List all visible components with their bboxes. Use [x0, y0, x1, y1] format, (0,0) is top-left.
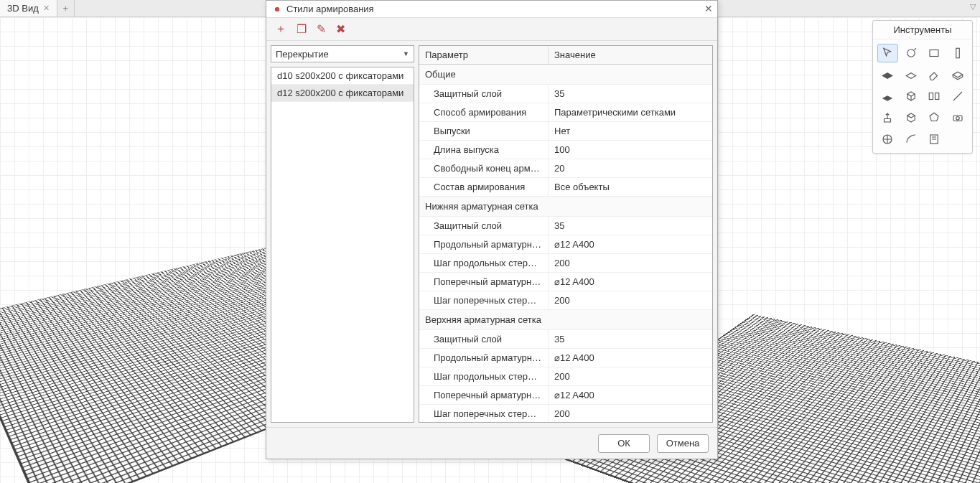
measure-tool[interactable] — [901, 44, 922, 62]
grid-row[interactable]: Защитный слой35 — [419, 217, 712, 235]
svg-rect-2 — [956, 48, 960, 58]
grid-cell-key: Свободный конец арматуры — [419, 159, 549, 177]
grid-row[interactable]: Поперечный арматурный ст⌀12 A400 — [419, 273, 712, 291]
grid-row[interactable]: Шаг продольных стержней200 — [419, 254, 712, 273]
edit-style-button[interactable]: ✎ — [317, 22, 326, 36]
line-tool[interactable] — [948, 87, 969, 105]
grid-cell-key: Длина выпуска — [419, 141, 549, 159]
duplicate-style-button[interactable]: ❐ — [297, 22, 307, 36]
polyhedron-tool[interactable] — [924, 108, 945, 127]
axis-tool[interactable] — [877, 130, 898, 149]
close-icon[interactable]: ✕ — [43, 4, 50, 13]
tools-panel[interactable]: Инструменты — [872, 20, 973, 154]
grid-cell-value[interactable]: 200 — [549, 254, 712, 272]
grid-section-header[interactable]: Нижняя арматурная сетка — [419, 197, 712, 217]
tab-3d-view[interactable]: 3D Вид ✕ — [0, 0, 57, 17]
dialog-title-text: Стили армирования — [286, 4, 374, 14]
grid-row[interactable]: Поперечный арматурный ст⌀12 A400 — [419, 386, 712, 405]
array-tool[interactable] — [924, 87, 945, 105]
camera-tool[interactable] — [948, 108, 969, 127]
grid-cell-value[interactable]: ⌀12 A400 — [549, 386, 712, 404]
grid-row[interactable]: Защитный слой35 — [419, 330, 712, 349]
grid-row[interactable]: Шаг продольных стержней200 — [419, 367, 712, 386]
grid-row[interactable]: Способ армированияПараметрическими сетка… — [419, 103, 712, 122]
svg-rect-3 — [930, 93, 933, 100]
svg-rect-4 — [935, 93, 939, 100]
grid-cell-value[interactable]: 200 — [549, 367, 712, 385]
grid-cell-value[interactable]: 35 — [549, 217, 712, 235]
slab-tool[interactable] — [877, 65, 898, 84]
grid-cell-key: Защитный слой — [419, 330, 549, 348]
grid-cell-key: Защитный слой — [419, 85, 549, 103]
ok-button[interactable]: ОК — [598, 434, 650, 453]
category-combo[interactable]: Перекрытие — [271, 45, 414, 62]
plane-tool[interactable] — [924, 44, 945, 62]
grid-cell-value[interactable]: 35 — [549, 85, 712, 103]
dialog-body: Перекрытие d10 s200х200 с фиксаторамиd12… — [266, 41, 717, 427]
grid-cell-value[interactable]: 200 — [549, 291, 712, 309]
grid-row[interactable]: Длина выпуска100 — [419, 141, 712, 159]
grid-cell-key: Выпуски — [419, 122, 549, 140]
grid-body: ОбщиеЗащитный слой35Способ армированияПа… — [419, 65, 712, 423]
grid-row[interactable]: Продольный арматурный ст⌀12 A400 — [419, 349, 712, 367]
style-list[interactable]: d10 s200х200 с фиксаторамиd12 s200х200 с… — [271, 67, 414, 423]
dialog-titlebar[interactable]: Стили армирования ✕ — [266, 1, 717, 18]
grid-cell-value[interactable]: 200 — [549, 405, 712, 423]
grid-cell-key: Шаг продольных стержней — [419, 367, 549, 385]
svg-rect-1 — [930, 50, 938, 57]
grid-row[interactable]: Шаг поперечных стержней200 — [419, 291, 712, 310]
extrude-tool[interactable] — [877, 108, 898, 127]
grid-row[interactable]: Свободный конец арматуры20 — [419, 159, 712, 178]
dialog-close-button[interactable]: ✕ — [704, 3, 713, 14]
grid-cell-key: Поперечный арматурный ст — [419, 273, 549, 291]
tools-panel-title: Инструменты — [873, 21, 972, 39]
column-tool[interactable] — [948, 44, 969, 62]
grid-row[interactable]: Защитный слой35 — [419, 85, 712, 103]
svg-point-6 — [956, 117, 960, 121]
new-tab-button[interactable]: + — [57, 0, 75, 17]
grid-cell-value[interactable]: Параметрическими сетками — [549, 103, 712, 121]
grid-row[interactable]: ВыпускиНет — [419, 122, 712, 141]
wall-tool[interactable] — [901, 65, 922, 84]
arc-tool[interactable] — [901, 130, 922, 149]
dialog-footer: ОК Отмена — [266, 427, 717, 459]
grid-cell-value[interactable]: ⌀12 A400 — [549, 235, 712, 253]
grid-cell-key: Поперечный арматурный ст — [419, 386, 549, 404]
foundation-tool[interactable] — [877, 87, 898, 105]
grid-section-header[interactable]: Общие — [419, 65, 712, 85]
sheet-tool[interactable] — [924, 130, 945, 149]
grid-cell-key: Состав армирования — [419, 178, 549, 196]
grid-row[interactable]: Шаг поперечных стержней200 — [419, 405, 712, 423]
add-style-button[interactable]: ＋ — [275, 22, 286, 37]
grid-cell-key: Шаг продольных стержней — [419, 254, 549, 272]
grid-cell-value[interactable]: 35 — [549, 330, 712, 348]
grid-cell-value[interactable]: ⌀12 A400 — [549, 273, 712, 291]
profile-tool[interactable] — [901, 108, 922, 127]
property-grid[interactable]: Параметр Значение ОбщиеЗащитный слой35Сп… — [419, 45, 713, 423]
grid-cell-value[interactable]: 20 — [549, 159, 712, 177]
beam-tool[interactable] — [948, 65, 969, 84]
header-value: Значение — [549, 46, 712, 64]
style-list-item[interactable]: d10 s200х200 с фиксаторами — [271, 67, 414, 85]
eraser-tool[interactable] — [924, 65, 945, 84]
grid-cell-key: Способ армирования — [419, 103, 549, 121]
grid-row[interactable]: Продольный арматурный ст⌀12 A400 — [419, 235, 712, 254]
grid-row[interactable]: Состав армированияВсе объекты — [419, 178, 712, 197]
box-tool[interactable] — [901, 87, 922, 105]
dialog-left-column: Перекрытие d10 s200х200 с фиксаторамиd12… — [271, 45, 414, 423]
grid-section-header[interactable]: Верхняя арматурная сетка — [419, 310, 712, 330]
grid-cell-value[interactable]: 100 — [549, 141, 712, 159]
delete-style-button[interactable]: ✖ — [336, 22, 345, 36]
grid-cell-key: Шаг поперечных стержней — [419, 291, 549, 309]
grid-cell-value[interactable]: Все объекты — [549, 178, 712, 196]
grid-cell-key: Продольный арматурный ст — [419, 235, 549, 253]
grid-cell-value[interactable]: Нет — [549, 122, 712, 140]
rebar-styles-dialog: Стили армирования ✕ ＋ ❐ ✎ ✖ Перекрытие d… — [266, 0, 718, 459]
select-tool[interactable] — [877, 44, 898, 62]
style-list-item[interactable]: d12 s200х200 с фиксаторами — [271, 85, 414, 102]
header-param: Параметр — [419, 46, 549, 64]
tabbar-chevron-icon[interactable]: ▽ — [970, 2, 976, 11]
grid-cell-value[interactable]: ⌀12 A400 — [549, 349, 712, 367]
svg-point-0 — [907, 50, 915, 57]
cancel-button[interactable]: Отмена — [657, 434, 709, 453]
